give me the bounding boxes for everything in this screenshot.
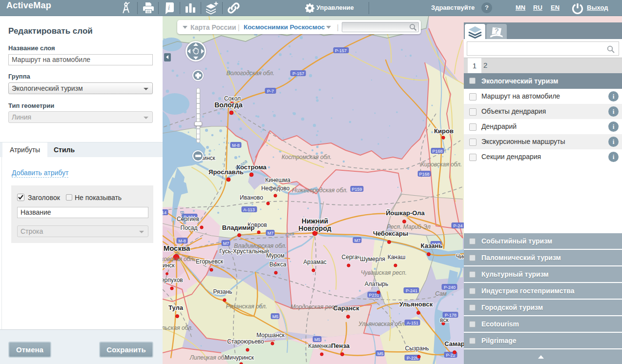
svg-text:Владимирская обл.: Владимирская обл.	[234, 243, 287, 249]
svg-text:Киров: Киров	[434, 127, 454, 135]
svg-text:М5: М5	[377, 351, 384, 356]
svg-text:P-7: P-7	[267, 89, 274, 94]
svg-text:Арзамас: Арзамас	[303, 259, 327, 265]
svg-text:Чебоксары: Чебоксары	[373, 230, 408, 237]
svg-text:Костромская обл.: Костромская обл.	[282, 154, 332, 161]
svg-text:М5: М5	[314, 337, 321, 342]
svg-text:М-8: М-8	[232, 143, 240, 148]
svg-text:Посад: Посад	[181, 224, 198, 231]
svg-text:Липецкая обл.: Липецкая обл.	[189, 354, 229, 361]
svg-text:Владимир: Владимир	[222, 224, 255, 231]
svg-text:Ульяновск: Ульяновск	[399, 301, 433, 308]
svg-text:Йошкар-Ола: Йошкар-Ола	[386, 209, 425, 217]
svg-text:Сергиев: Сергиев	[177, 216, 199, 222]
svg-text:М-8: М-8	[178, 239, 186, 243]
svg-text:Новгород: Новгород	[298, 224, 331, 232]
svg-text:Егорьевск: Егорьевск	[196, 258, 224, 265]
svg-text:P168: P168	[419, 172, 429, 177]
svg-text:Вологодская обл.: Вологодская обл.	[227, 70, 274, 77]
svg-text:P-240: P-240	[444, 285, 456, 290]
svg-text:Рязанская обл.: Рязанская обл.	[226, 303, 267, 310]
svg-text:Сам: Сам	[435, 290, 447, 297]
svg-text:Пенза: Пенза	[331, 342, 350, 349]
svg-text:Алатырь: Алатырь	[365, 281, 388, 287]
svg-text:Московская обл.: Московская обл.	[163, 256, 195, 263]
svg-text:Чувашская респ.: Чувашская респ.	[361, 269, 407, 276]
svg-text:М7: М7	[354, 238, 361, 243]
svg-text:P168: P168	[432, 149, 442, 154]
svg-text:Нефедово: Нефедово	[261, 185, 290, 192]
svg-text:Серпухов: Серпухов	[163, 277, 183, 283]
svg-text:P-157: P-157	[292, 71, 304, 76]
svg-text:Мордовская респ.: Мордовская респ.	[290, 303, 339, 310]
svg-text:Рязань: Рязань	[213, 288, 232, 295]
svg-text:?: ?	[494, 26, 499, 35]
svg-text:P-157: P-157	[335, 48, 347, 53]
svg-text:Нижний: Нижний	[302, 217, 328, 225]
svg-text:вск: вск	[440, 317, 449, 324]
svg-text:Москва: Москва	[164, 244, 190, 252]
svg-text:P159: P159	[352, 187, 362, 192]
svg-text:Респ. Марий-Эл: Респ. Марий-Эл	[387, 223, 431, 230]
svg-text:Моршанск: Моршанск	[256, 332, 285, 339]
svg-text:Выкса: Выкса	[270, 261, 287, 268]
svg-text:Сызрань: Сызрань	[405, 345, 429, 352]
svg-text:Канаш: Канаш	[388, 254, 406, 261]
svg-text:А-151: А-151	[407, 321, 418, 325]
svg-text:М5: М5	[272, 314, 279, 319]
svg-text:Нижегородская обл.: Нижегородская обл.	[292, 187, 348, 194]
svg-text:i: i	[168, 4, 170, 11]
svg-text:P-228: P-228	[407, 356, 418, 361]
svg-text:инск: инск	[163, 262, 175, 269]
svg-text:Шумерля: Шумерля	[360, 256, 385, 263]
svg-text:Тула: Тула	[168, 304, 184, 311]
svg-text:Иваново: Иваново	[240, 194, 263, 201]
svg-text:Староюрьево: Староюрьево	[227, 338, 264, 345]
svg-text:Каменка: Каменка	[308, 343, 332, 349]
svg-text:Вологда: Вологда	[214, 101, 243, 109]
svg-text:А-113: А-113	[243, 207, 254, 212]
svg-text:Ульяновская обл.: Ульяновская обл.	[358, 321, 406, 327]
svg-text:Самар: Самар	[444, 340, 464, 347]
svg-text:14: 14	[163, 210, 166, 215]
svg-text:Казань: Казань	[421, 242, 443, 249]
svg-text:P-24: P-24	[453, 223, 462, 228]
svg-text:льская обл.: льская обл.	[163, 324, 193, 331]
svg-text:М7: М7	[223, 241, 229, 246]
svg-text:Сергач: Сергач	[342, 254, 361, 261]
svg-text:Кинешма: Кинешма	[265, 177, 290, 183]
svg-text:М7: М7	[268, 231, 274, 236]
svg-text:P-241: P-241	[406, 288, 417, 293]
svg-text:Муром: Муром	[266, 252, 285, 259]
svg-text:Кировская обл.: Кировская обл.	[421, 161, 462, 168]
